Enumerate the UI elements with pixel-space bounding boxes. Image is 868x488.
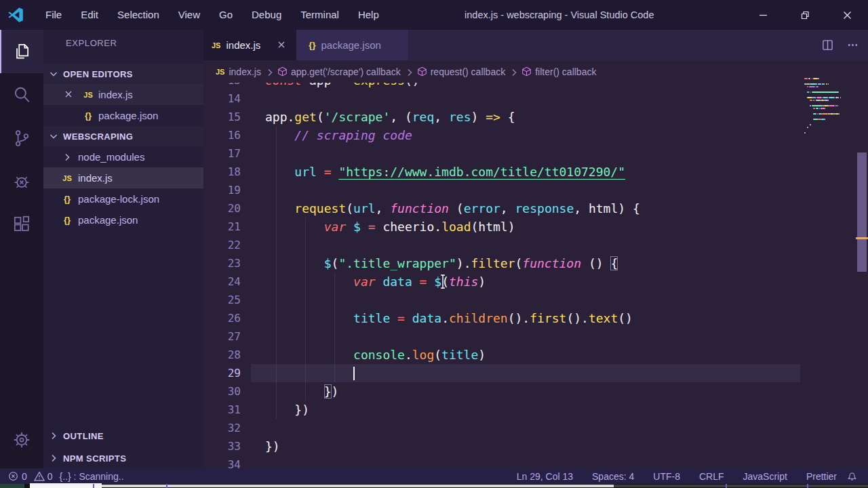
error-circle-icon <box>8 471 18 481</box>
file-item-node_modules[interactable]: node_modules <box>43 146 203 167</box>
menu-go[interactable]: Go <box>210 0 242 30</box>
chapter-tick <box>726 484 727 488</box>
code-line-31: 31 }) <box>203 401 868 419</box>
title-bar: FileEditSelectionViewGoDebugTerminalHelp… <box>0 0 868 30</box>
menu-edit[interactable]: Edit <box>71 0 108 30</box>
line-number: 32 <box>203 419 248 437</box>
code-line-34: 34 <box>203 455 868 468</box>
section-header-open-editors[interactable]: OPEN EDITORS <box>43 64 203 84</box>
line-number: 18 <box>203 163 248 181</box>
line-number: 31 <box>203 401 248 419</box>
status-text[interactable]: {..} : Scanning.. <box>60 471 124 482</box>
status-warning-triangle-icon[interactable]: 0 <box>34 471 53 482</box>
mouse-text-cursor <box>442 274 443 289</box>
chevron-right-icon <box>48 453 59 464</box>
extensions-icon[interactable] <box>0 203 43 247</box>
source-control-icon[interactable] <box>0 117 43 160</box>
code-line-21: 21 var $ = cheerio.load(html) <box>203 218 868 236</box>
file-item-index.js[interactable]: JSindex.js <box>43 167 203 188</box>
code-line-13: 13const app = express() <box>203 83 868 89</box>
close-tab-icon[interactable] <box>277 40 287 50</box>
code-line-16: 16 // scraping code <box>203 126 868 144</box>
code-line-17: 17 <box>203 144 868 163</box>
minimap[interactable] <box>802 78 854 146</box>
js-file-icon: JS <box>62 174 71 182</box>
split-editor-icon[interactable] <box>822 39 833 51</box>
chevron-right-icon <box>62 152 73 163</box>
explorer-icon[interactable] <box>0 30 43 73</box>
line-number: 25 <box>203 291 248 309</box>
window-controls <box>742 0 868 30</box>
settings-gear-icon[interactable] <box>0 418 43 462</box>
file-item-package.json[interactable]: {}package.json <box>43 105 203 126</box>
status-prettier[interactable]: Prettier <box>806 471 837 482</box>
status-spaces-4[interactable]: Spaces: 4 <box>592 471 634 482</box>
restore-button[interactable] <box>784 0 826 30</box>
line-number: 21 <box>203 218 248 236</box>
notifications-bell-icon[interactable] <box>847 468 857 484</box>
window-title: index.js - webscraping - Visual Studio C… <box>417 0 702 30</box>
breadcrumb-item[interactable]: app.get('/scrape') callback <box>277 66 401 77</box>
search-icon[interactable] <box>0 73 43 117</box>
chevron-right-icon <box>404 67 414 77</box>
file-item-index.js[interactable]: JSindex.js <box>43 84 203 105</box>
file-item-package.json[interactable]: {}package.json <box>43 209 203 230</box>
breadcrumb-item[interactable]: request() callback <box>417 66 506 77</box>
menu-debug[interactable]: Debug <box>242 0 291 30</box>
line-number: 17 <box>203 144 248 163</box>
menu-view[interactable]: View <box>169 0 210 30</box>
section-header-npm-scripts[interactable]: NPM SCRIPTS <box>43 448 203 468</box>
menu-bar: FileEditSelectionViewGoDebugTerminalHelp <box>36 0 389 30</box>
chevron-right-icon <box>264 67 274 77</box>
editor-scrollbar[interactable] <box>856 83 868 468</box>
code-line-23: 23 $(".title_wrapper").filter(function (… <box>203 254 868 272</box>
breadcrumb: JSindex.jsapp.get('/scrape') callbackreq… <box>203 60 868 83</box>
symbol-cube-icon <box>417 66 427 77</box>
code-editor[interactable]: 13const app = express()1415app.get('/scr… <box>203 83 868 468</box>
code-line-26: 26 title = data.children().first().text(… <box>203 309 868 327</box>
breadcrumb-item[interactable]: JSindex.js <box>203 66 261 77</box>
warning-triangle-icon <box>34 471 44 481</box>
menu-help[interactable]: Help <box>349 0 389 30</box>
status-crlf[interactable]: CRLF <box>699 471 724 482</box>
line-number: 33 <box>203 437 248 455</box>
close-editor-icon[interactable] <box>64 89 74 100</box>
code-line-20: 20 request(url, function (error, respons… <box>203 199 868 218</box>
code-line-27: 27 <box>203 327 868 346</box>
explorer-sidebar: EXPLORER OPEN EDITORSJSindex.js{}package… <box>43 30 203 468</box>
code-line-15: 15app.get('/scrape', (req, res) => { <box>203 108 868 126</box>
js-file-icon: JS <box>212 41 220 49</box>
chevron-right-icon <box>509 67 518 77</box>
progress-segment <box>0 484 24 488</box>
section-header-webscraping[interactable]: WEBSCRAPING <box>43 126 203 146</box>
chapter-tick <box>166 484 167 488</box>
code-line-18: 18 url = "https://www.imdb.com/title/tt0… <box>203 163 868 181</box>
chevron-down-icon <box>48 68 59 79</box>
minimize-button[interactable] <box>742 0 784 30</box>
file-item-package-lock.json[interactable]: {}package-lock.json <box>43 188 203 209</box>
json-file-icon: {} <box>309 40 315 50</box>
code-line-24: 24 var data = $(this) <box>203 272 868 291</box>
chevron-right-icon <box>48 430 59 441</box>
menu-terminal[interactable]: Terminal <box>291 0 349 30</box>
scrollbar-thumb[interactable] <box>857 152 867 272</box>
json-file-icon: {} <box>64 215 71 225</box>
section-header-outline[interactable]: OUTLINE <box>43 426 203 446</box>
line-number: 24 <box>203 272 248 291</box>
code-line-25: 25 <box>203 291 868 309</box>
tab-package.json[interactable]: {}package.json <box>296 30 409 60</box>
close-window-button[interactable] <box>826 0 868 30</box>
line-number: 26 <box>203 309 248 327</box>
code-line-22: 22 <box>203 236 868 254</box>
breadcrumb-item[interactable]: filter() callback <box>521 66 596 77</box>
status-ln-29-col-13[interactable]: Ln 29, Col 13 <box>517 471 573 482</box>
menu-selection[interactable]: Selection <box>108 0 169 30</box>
debug-icon[interactable] <box>0 160 43 203</box>
menu-file[interactable]: File <box>36 0 71 30</box>
status-utf-8[interactable]: UTF-8 <box>653 471 680 482</box>
status-javascript[interactable]: JavaScript <box>743 471 787 482</box>
more-actions-icon[interactable] <box>847 39 859 51</box>
line-number: 14 <box>203 89 248 108</box>
tab-index.js[interactable]: JSindex.js <box>203 30 296 62</box>
status-error-circle-icon[interactable]: 0 <box>8 471 27 482</box>
